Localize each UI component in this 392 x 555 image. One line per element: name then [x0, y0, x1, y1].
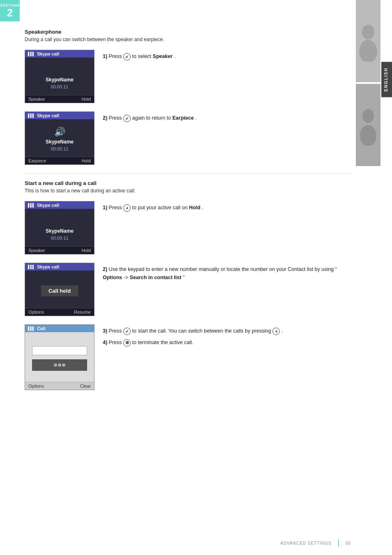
phone-screen-nc2: ▌▌▌ Skype call Call held Options Resume — [25, 263, 95, 316]
speaker-icon: 🔊 — [54, 127, 65, 137]
circle-btn-nc3: ↙ — [123, 328, 131, 335]
phone-title-bar-nc1: ▌▌▌ Skype call — [25, 201, 94, 209]
footer-right-nc3: Clear — [80, 384, 91, 388]
phone-title-nc2: Skype call — [37, 264, 59, 269]
phone-screen-nc3: ▌▌▌ Call Options Clear — [25, 324, 95, 390]
instr-after-sp2: again to return to — [132, 115, 173, 121]
instr-nc4: 4) Press ⊗ to terminate the active call. — [103, 338, 351, 347]
phone-title-sp2: Skype call — [37, 113, 59, 118]
signal-icon-nc2: ▌▌▌ — [28, 265, 35, 269]
footer-left-nc3: Options — [28, 384, 44, 388]
phone-screen-sp2: ▌▌▌ Skype call 🔊 SkypeName 00:00:11 Earp… — [25, 111, 95, 165]
instr-num-nc2: 2) — [103, 266, 107, 272]
footer-right-sp1: Hold — [81, 97, 91, 102]
call-held-label: Call held — [41, 285, 78, 296]
svg-point-3 — [360, 125, 376, 146]
phone-footer-sp2: Earpiece Hold — [25, 157, 94, 164]
instr-sp1: 1) Press ↙ to select Speaker . — [103, 50, 351, 60]
footer-text: ADVANCED SETTINGS — [280, 541, 332, 546]
new-call-step-3-4: ▌▌▌ Call Options Clear — [25, 324, 351, 390]
footer-right-nc1: Hold — [81, 248, 91, 253]
circle-btn-nc4: ⊗ — [123, 339, 131, 347]
phone-title-sp1: Skype call — [37, 51, 59, 56]
speakerphone-step-2: ▌▌▌ Skype call 🔊 SkypeName 00:00:11 Earp… — [25, 111, 351, 165]
search-label: Search in contact list — [130, 275, 182, 280]
speakerphone-heading: Speakerphone — [25, 29, 351, 35]
phone-footer-nc3: Options Clear — [25, 382, 94, 390]
phone-body-sp1: SkypeName 00:00:11 — [25, 58, 94, 95]
svg-point-2 — [362, 109, 374, 123]
instr-nc3-4: 3) Press ↙ to start the call. You can sw… — [103, 324, 351, 350]
instr-nc1: 1) Press 4 to put your active call on Ho… — [103, 201, 351, 212]
phone-body-nc1: SkypeName 00:00:11 — [25, 209, 94, 246]
footer-left-sp2: Earpiece — [28, 158, 46, 163]
signal-icon-nc1: ▌▌▌ — [28, 203, 35, 207]
instr-after-sp1: to select — [132, 53, 153, 59]
signal-icon-sp2: ▌▌▌ — [28, 113, 35, 118]
phone-keypad — [32, 359, 87, 371]
photo-1 — [356, 0, 380, 82]
circle-btn-sp2: ↙ — [123, 115, 131, 122]
options-label: Options — [103, 275, 122, 280]
circle-btn-sp1: ↙ — [123, 53, 131, 60]
phone-screen-sp1: ▌▌▌ Skype call SkypeName 00:00:11 Speake… — [25, 50, 95, 103]
photo-strip — [356, 0, 380, 173]
phone-input — [32, 346, 87, 355]
instr-before-sp1: Press — [109, 53, 123, 59]
instr-num-nc1: 1) — [103, 205, 107, 210]
keypad-dot2 — [58, 363, 61, 367]
phone-time-nc1: 00:00:11 — [51, 236, 69, 240]
instr-bold-sp1: Speaker — [153, 53, 173, 59]
new-call-section: Start a new call during a call This is h… — [25, 180, 351, 390]
phone-title-nc3: Call — [37, 326, 45, 331]
instr-num-nc3: 3) — [103, 328, 107, 334]
speakerphone-section: Speakerphone During a call you can switc… — [25, 29, 351, 165]
svg-point-0 — [362, 25, 374, 39]
footer-line — [338, 539, 339, 547]
phone-name-sp2: SkypeName — [46, 139, 74, 145]
photo-2 — [356, 84, 380, 166]
english-tab: ENGLISH — [381, 62, 392, 97]
footer-right-sp2: Hold — [81, 158, 91, 163]
new-call-step-2: ▌▌▌ Skype call Call held Options Resume … — [25, 263, 351, 316]
new-call-heading: Start a new call during a call — [25, 180, 351, 186]
speakerphone-desc: During a call you can switch between the… — [25, 37, 351, 42]
phone-title-bar-nc3: ▌▌▌ Call — [25, 325, 94, 332]
phone-time-sp1: 00:00:11 — [51, 84, 69, 89]
footer-left-nc2: Options — [28, 310, 44, 314]
instr-num-sp1: 1) — [103, 53, 107, 59]
instr-nc2: 2) Use the keypad to enter a new number … — [103, 263, 351, 282]
new-call-step-1: ▌▌▌ Skype call SkypeName 00:00:11 Speake… — [25, 201, 351, 254]
section-badge: SECTION 2 — [0, 0, 20, 21]
phone-time-sp2: 00:00:11 — [51, 146, 69, 151]
signal-icon-nc3: ▌▌▌ — [28, 326, 35, 331]
phone-footer-sp1: Speaker Hold — [25, 95, 94, 103]
phone-title-bar-sp1: ▌▌▌ Skype call — [25, 50, 94, 58]
phone-name-nc1: SkypeName — [46, 228, 74, 234]
page-footer: ADVANCED SETTINGS 65 — [280, 539, 351, 547]
keypad-dot3 — [62, 363, 65, 367]
speakerphone-step-1: ▌▌▌ Skype call SkypeName 00:00:11 Speake… — [25, 50, 351, 103]
phone-title-bar-sp2: ▌▌▌ Skype call — [25, 112, 94, 119]
circle-btn-nc3b: 4 — [272, 328, 280, 335]
instr-before-sp2: Press — [109, 115, 123, 121]
footer-right-nc2: Resume — [74, 310, 91, 314]
main-content: Speakerphone During a call you can switc… — [25, 0, 351, 423]
svg-point-1 — [359, 40, 377, 62]
phone-body-nc2: Call held — [25, 271, 94, 308]
instr-num-sp2: 2) — [103, 115, 107, 121]
section-number: 2 — [7, 7, 13, 18]
phone-footer-nc2: Options Resume — [25, 308, 94, 316]
footer-left-nc1: Speaker — [28, 248, 45, 253]
phone-screen-nc1: ▌▌▌ Skype call SkypeName 00:00:11 Speake… — [25, 201, 95, 254]
instr-num-nc4: 4) — [103, 340, 107, 345]
circle-btn-nc1: 4 — [123, 204, 131, 212]
instr-bold-nc1: Hold — [189, 205, 201, 210]
instr-nc3: 3) Press ↙ to start the call. You can sw… — [103, 327, 351, 335]
phone-body-nc3 — [25, 332, 94, 382]
keypad-dot1 — [54, 363, 57, 367]
phone-body-sp2: 🔊 SkypeName 00:00:11 — [25, 119, 94, 157]
instr-sp2: 2) Press ↙ again to return to Earpiece . — [103, 111, 351, 122]
instr-bold-sp2: Earpiece — [173, 115, 194, 121]
phone-name-sp1: SkypeName — [46, 77, 74, 83]
